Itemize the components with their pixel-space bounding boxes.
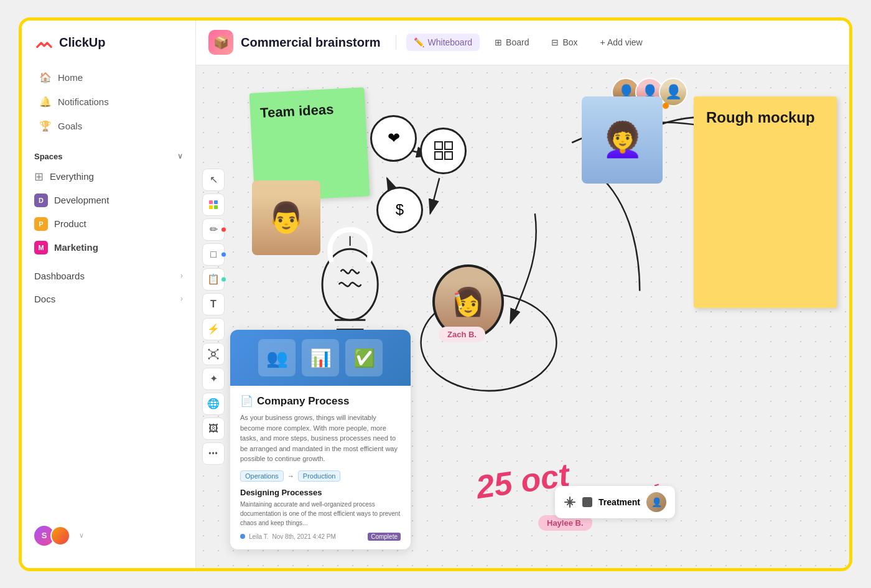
nav-docs[interactable]: Docs › — [27, 287, 190, 310]
document-card[interactable]: 👥 📊 ✅ 📄 Company Process As your business… — [230, 330, 411, 549]
svg-point-5 — [208, 348, 210, 350]
nav-notifications[interactable]: 🔔 Notifications — [27, 90, 190, 113]
svg-point-8 — [217, 357, 219, 359]
app-name: ClickUp — [59, 35, 105, 50]
project-icon: 📦 — [208, 30, 233, 55]
more-tools-button[interactable]: ••• — [202, 442, 225, 465]
whiteboard-tab-icon: ✏️ — [414, 37, 424, 47]
rect-tool-button[interactable]: □ — [202, 243, 225, 266]
project-title: Commercial brainstorm — [241, 35, 381, 50]
sidebar-footer: S ∨ — [22, 516, 195, 556]
development-badge: D — [34, 194, 48, 207]
svg-rect-30 — [445, 142, 452, 149]
svg-rect-32 — [445, 152, 452, 159]
add-view-button[interactable]: + Add view — [593, 34, 650, 51]
flow-to-badge: Production — [298, 470, 341, 482]
presence-dot-orange — [663, 103, 669, 109]
globe-tool-button[interactable]: 🌐 — [202, 393, 225, 415]
tab-whiteboard[interactable]: ✏️ Whiteboard — [406, 34, 480, 51]
chevron-down-icon: ∨ — [177, 152, 183, 161]
trophy-icon: 🏆 — [39, 120, 52, 132]
svg-line-19 — [430, 178, 439, 213]
left-toolbar: ↖ ✏ □ 📋 T ⚡ — [202, 169, 225, 465]
heart-circle: ❤ — [370, 115, 417, 162]
user-avatar-group: S — [34, 526, 70, 546]
chevron-right-icon: › — [180, 271, 183, 280]
svg-point-6 — [217, 348, 219, 350]
svg-line-12 — [213, 356, 217, 358]
topbar: 📦 Commercial brainstorm ✏️ Whiteboard ⊞ … — [196, 21, 849, 65]
move-icon — [564, 496, 576, 508]
cursor-tool-button[interactable]: ↖ — [202, 169, 225, 191]
teal-dot — [221, 277, 226, 281]
svg-rect-3 — [214, 205, 218, 209]
sticky-note-yellow: Rough mockup — [694, 96, 837, 308]
svg-rect-1 — [214, 200, 218, 204]
svg-point-4 — [212, 352, 215, 356]
doc-card-body: 📄 Company Process As your business grows… — [230, 386, 411, 549]
sidebar-item-product[interactable]: P Product — [27, 212, 190, 236]
box-tab-icon: ⊟ — [551, 37, 559, 47]
grid-circle — [420, 128, 467, 174]
spaces-section: Spaces ∨ ⊞ Everything D Development P Pr… — [22, 148, 195, 259]
lightning-tool-button[interactable]: ⚡ — [202, 318, 225, 340]
tab-box[interactable]: ⊟ Box — [544, 34, 585, 51]
doc-section-desc: Maintaining accurate and well-organized … — [240, 500, 401, 528]
svg-point-13 — [322, 249, 378, 320]
sidebar-item-development[interactable]: D Development — [27, 189, 190, 212]
product-badge: P — [34, 217, 48, 231]
doc-flow: Operations → Production — [240, 470, 401, 482]
sidebar: ClickUp 🏠 Home 🔔 Notifications 🏆 Goals S… — [22, 21, 196, 568]
sidebar-bottom: Dashboards › Docs › — [22, 264, 195, 310]
topbar-divider — [396, 35, 396, 50]
doc-title: 📄 Company Process — [240, 394, 401, 408]
dollar-circle: $ — [376, 187, 423, 233]
color-tool-button[interactable] — [202, 194, 225, 216]
svg-point-7 — [208, 357, 210, 359]
svg-rect-31 — [435, 152, 442, 159]
tab-board[interactable]: ⊞ Board — [487, 34, 536, 51]
doc-footer: Leila T. Nov 8th, 2021 4:42 PM Complete — [240, 533, 401, 541]
grid-icon: ⊞ — [34, 170, 44, 184]
doc-card-header: 👥 📊 ✅ — [230, 330, 411, 386]
svg-line-11 — [210, 356, 213, 358]
note-tool-button[interactable]: 📋 — [202, 268, 225, 291]
marketing-badge: M — [34, 241, 48, 254]
whiteboard-canvas[interactable]: ↖ ✏ □ 📋 T ⚡ — [196, 65, 849, 568]
app-frame: ClickUp 🏠 Home 🔔 Notifications 🏆 Goals S… — [19, 17, 852, 571]
person-photo-woman-1: 👩‍🦱 — [582, 96, 663, 184]
person-photo-man: 👨 — [252, 180, 320, 255]
nav-dashboards[interactable]: Dashboards › — [27, 264, 190, 287]
home-icon: 🏠 — [39, 72, 52, 83]
nav-goals[interactable]: 🏆 Goals — [27, 114, 190, 138]
svg-rect-2 — [209, 205, 213, 209]
blue-dot — [221, 252, 226, 256]
doc-section-title: Designing Processes — [240, 488, 401, 497]
network-tool-button[interactable] — [202, 343, 225, 365]
star-tool-button[interactable]: ✦ — [202, 368, 225, 390]
name-tag-zach: Zach B. — [439, 327, 485, 342]
svg-rect-29 — [435, 142, 442, 149]
text-tool-button[interactable]: T — [202, 293, 225, 315]
doc-user-dot — [240, 534, 245, 539]
bell-icon: 🔔 — [39, 96, 52, 108]
doc-complete-badge: Complete — [368, 533, 401, 541]
svg-rect-0 — [209, 200, 213, 204]
red-dot — [221, 227, 226, 231]
chevron-right-icon-2: › — [180, 294, 183, 303]
image-tool-button[interactable]: 🖼 — [202, 418, 225, 440]
board-tab-icon: ⊞ — [495, 37, 502, 47]
chevron-down-icon-footer: ∨ — [79, 531, 84, 539]
logo-area: ClickUp — [22, 33, 195, 65]
nav-home[interactable]: 🏠 Home — [27, 66, 190, 89]
collaborator-avatar-3: 👤 — [659, 78, 687, 106]
main-content: 📦 Commercial brainstorm ✏️ Whiteboard ⊞ … — [196, 21, 849, 568]
treatment-color-square — [582, 497, 592, 507]
pen-tool-button[interactable]: ✏ — [202, 218, 225, 241]
user-avatar-j[interactable] — [50, 526, 70, 546]
treatment-card[interactable]: Treatment 👤 — [555, 486, 675, 518]
sidebar-item-everything[interactable]: ⊞ Everything — [27, 165, 190, 189]
svg-line-9 — [210, 350, 213, 352]
sidebar-item-marketing[interactable]: M Marketing — [27, 236, 190, 259]
spaces-header[interactable]: Spaces ∨ — [27, 148, 190, 165]
